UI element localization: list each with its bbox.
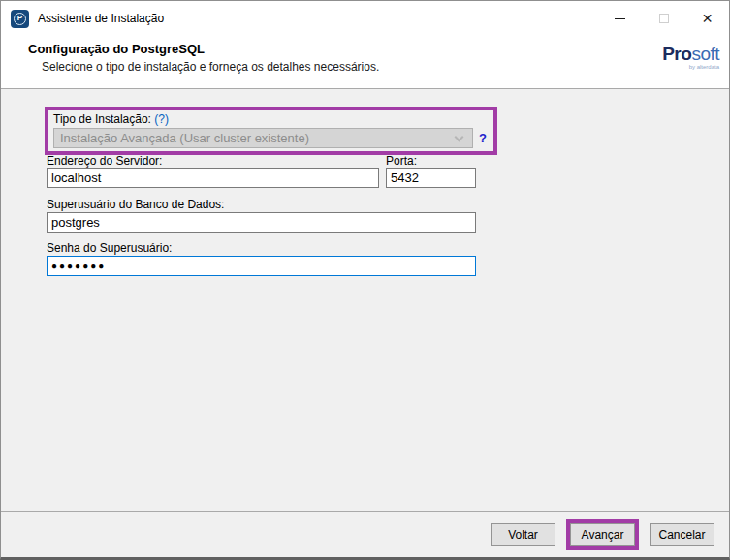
installer-window: P Assistente de Instalação ✕ Configuraçã… bbox=[0, 0, 730, 560]
installation-type-help-link[interactable]: (?) bbox=[154, 112, 169, 126]
installation-type-label-row: Tipo de Instalação: (?) bbox=[53, 112, 489, 126]
window-controls: ✕ bbox=[598, 1, 729, 36]
annotation-install-type: Tipo de Instalação: (?) Instalação Avanç… bbox=[45, 107, 497, 155]
page-subtitle: Selecione o tipo de instalação e forneça… bbox=[42, 60, 379, 74]
maximize-icon bbox=[659, 14, 669, 23]
password-label: Senha do Superusuário: bbox=[47, 241, 172, 255]
annotation-next-button: Avançar bbox=[566, 519, 639, 550]
page-title: Configuração do PostgreSQL bbox=[28, 42, 205, 56]
wizard-header: Configuração do PostgreSQL Selecione o t… bbox=[1, 36, 729, 89]
logo-text-pro: Pro bbox=[662, 44, 691, 64]
installation-type-value: Instalação Avançada (Usar cluster existe… bbox=[60, 131, 309, 145]
close-icon: ✕ bbox=[702, 12, 714, 25]
next-button[interactable]: Avançar bbox=[570, 523, 635, 546]
window-title: Assistente de Instalação bbox=[38, 12, 164, 25]
server-address-input[interactable] bbox=[47, 168, 379, 188]
chevron-down-icon bbox=[455, 133, 464, 142]
server-address-label: Endereço do Servidor: bbox=[47, 154, 162, 168]
superuser-input[interactable] bbox=[47, 212, 476, 233]
password-input[interactable] bbox=[47, 256, 476, 276]
close-button[interactable]: ✕ bbox=[685, 1, 729, 36]
port-label: Porta: bbox=[386, 154, 417, 168]
titlebar: P Assistente de Instalação ✕ bbox=[1, 1, 729, 36]
prosoft-logo: Prosoft by alterdata bbox=[662, 45, 719, 70]
installation-type-label: Tipo de Instalação: bbox=[53, 112, 151, 126]
superuser-label: Superusuário do Banco de Dados: bbox=[47, 198, 224, 211]
minimize-icon bbox=[615, 18, 625, 19]
wizard-content: Tipo de Instalação: (?) Instalação Avanç… bbox=[1, 89, 729, 511]
minimize-button[interactable] bbox=[598, 1, 642, 36]
back-button[interactable]: Voltar bbox=[491, 523, 555, 546]
maximize-button bbox=[642, 1, 685, 36]
port-input[interactable] bbox=[386, 168, 476, 188]
prosoft-circled-p-icon: P bbox=[14, 13, 26, 25]
installation-type-select: Instalação Avançada (Usar cluster existe… bbox=[53, 128, 473, 148]
installation-type-row: Instalação Avançada (Usar cluster existe… bbox=[53, 128, 489, 148]
app-icon: P bbox=[11, 10, 29, 28]
logo-byline: by alterdata bbox=[662, 64, 719, 70]
wizard-footer: Voltar Avançar Cancelar bbox=[1, 511, 729, 557]
logo-text-soft: soft bbox=[691, 44, 719, 64]
help-question-button[interactable]: ? bbox=[477, 131, 489, 145]
cancel-button[interactable]: Cancelar bbox=[650, 523, 714, 546]
